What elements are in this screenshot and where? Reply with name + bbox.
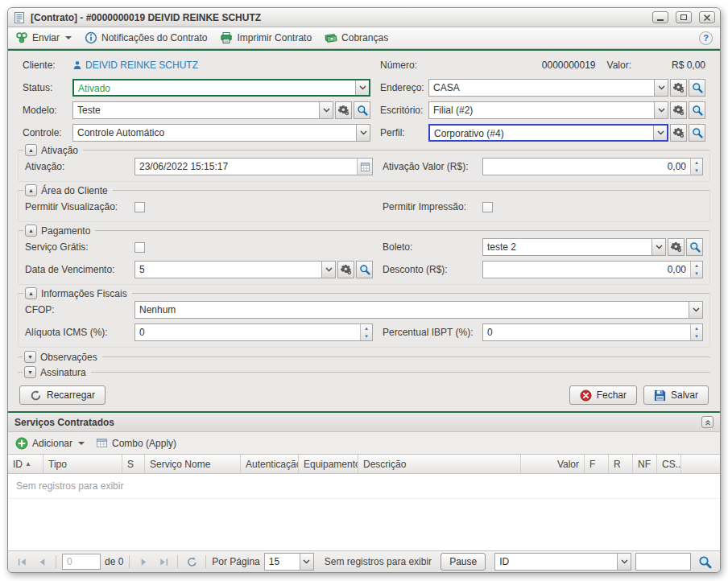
column-header-autenticacao[interactable]: Autenticação — [241, 455, 299, 473]
spin-down-icon[interactable]: ▼ — [691, 332, 702, 340]
perfil-select[interactable]: Corporativo (#4) — [428, 124, 668, 142]
maximize-button[interactable] — [676, 11, 692, 23]
vencimento-search-button[interactable] — [356, 261, 373, 278]
column-header-descricao[interactable]: Descrição — [358, 455, 521, 473]
boleto-search-button[interactable] — [686, 238, 703, 256]
page-number-input[interactable] — [62, 554, 101, 570]
servico-gratis-checkbox[interactable] — [134, 242, 145, 253]
modelo-select[interactable]: Teste — [72, 101, 333, 119]
recarregar-button[interactable]: Recarregar — [19, 385, 105, 405]
minimize-button[interactable] — [652, 11, 668, 23]
close-button[interactable] — [699, 11, 715, 23]
column-header-nf[interactable]: NF — [633, 455, 657, 473]
info-icon — [85, 31, 97, 44]
spin-buttons[interactable]: ▲ ▼ — [360, 324, 372, 340]
escritorio-gear-button[interactable] — [670, 101, 687, 119]
help-button[interactable]: ? — [699, 31, 713, 45]
prev-page-button[interactable] — [34, 554, 50, 570]
chevron-down-icon[interactable] — [653, 126, 667, 140]
expand-toggle-button[interactable]: ▼ — [24, 366, 36, 378]
perfil-value: Corporativo (#4) — [430, 126, 653, 140]
ibpt-spinner[interactable]: 0 ▲ ▼ — [482, 323, 703, 341]
column-header-valor[interactable]: Valor — [521, 455, 585, 473]
chevron-down-icon[interactable] — [355, 80, 369, 95]
spin-up-icon[interactable]: ▲ — [691, 262, 702, 270]
last-page-button[interactable] — [155, 554, 172, 570]
pause-button[interactable]: Pause — [441, 553, 486, 571]
column-header-tipo[interactable]: Tipo — [43, 455, 122, 473]
chevron-down-icon[interactable] — [654, 102, 668, 118]
perfil-gear-button[interactable] — [670, 124, 687, 142]
collapse-toggle-button[interactable]: ▲ — [25, 225, 37, 237]
modelo-gear-button[interactable] — [335, 101, 352, 119]
adicionar-button[interactable]: Adicionar — [15, 437, 85, 450]
spin-up-icon[interactable]: ▲ — [691, 324, 702, 332]
vencimento-select[interactable]: 5 — [134, 261, 336, 278]
ativacao-date-field[interactable]: 23/06/2022 15:15:17 — [134, 158, 373, 175]
first-page-button[interactable] — [14, 554, 30, 570]
permitir-visualizacao-checkbox[interactable] — [134, 202, 145, 212]
controle-select[interactable]: Controle Automático — [72, 124, 370, 142]
salvar-button[interactable]: Salvar — [643, 385, 709, 405]
filter-text-input[interactable] — [635, 553, 691, 571]
spin-down-icon[interactable]: ▼ — [361, 332, 372, 340]
filter-field-select[interactable]: ID — [494, 553, 631, 571]
boleto-gear-button[interactable] — [668, 238, 685, 256]
column-header-cs[interactable]: CS.. — [657, 455, 681, 473]
endereco-search-button[interactable] — [689, 79, 705, 97]
column-header-f[interactable]: F — [585, 455, 609, 473]
collapse-toggle-button[interactable]: ▲ — [25, 287, 37, 299]
printer-icon — [220, 31, 233, 44]
boleto-select[interactable]: teste 2 — [482, 238, 666, 256]
chevron-down-icon[interactable] — [319, 102, 333, 118]
escritorio-search-button[interactable] — [689, 101, 705, 119]
spin-buttons[interactable]: ▲ ▼ — [690, 324, 702, 340]
modelo-search-button[interactable] — [354, 101, 370, 119]
column-header-servico-nome[interactable]: Serviço Nome — [145, 455, 241, 473]
desconto-spinner[interactable]: 0,00 ▲ ▼ — [482, 261, 703, 278]
spin-down-icon[interactable]: ▼ — [691, 167, 702, 175]
ativacao-valor-spinner[interactable]: 0,00 ▲ ▼ — [482, 158, 703, 175]
notificacoes-button[interactable]: Notificações do Contrato — [85, 31, 207, 44]
cobrancas-button[interactable]: Cobranças — [325, 31, 388, 44]
permitir-impressao-checkbox[interactable] — [482, 202, 493, 212]
icms-spinner[interactable]: 0 ▲ ▼ — [134, 323, 373, 341]
grid-search-button[interactable] — [695, 553, 714, 571]
column-header-id[interactable]: ID ▲ — [8, 455, 43, 473]
spin-buttons[interactable]: ▲ ▼ — [690, 262, 702, 278]
endereco-gear-button[interactable] — [670, 79, 687, 97]
spin-down-icon[interactable]: ▼ — [691, 270, 702, 278]
combo-apply-button[interactable]: Combo (Apply) — [96, 437, 176, 449]
expand-toggle-button[interactable]: ▼ — [24, 351, 36, 363]
chevron-down-icon[interactable] — [617, 554, 631, 570]
per-page-select[interactable]: 15 — [264, 553, 314, 571]
chevron-down-icon[interactable] — [321, 262, 335, 278]
column-header-s[interactable]: S — [122, 455, 145, 473]
cliente-link[interactable]: DEIVID REINKE SCHUTZ — [85, 60, 198, 71]
spin-up-icon[interactable]: ▲ — [361, 324, 372, 332]
calendar-button[interactable] — [357, 159, 372, 175]
fechar-button[interactable]: Fechar — [569, 385, 637, 405]
cfop-select[interactable]: Nenhum — [134, 301, 703, 319]
panel-collapse-button[interactable] — [701, 416, 714, 428]
enviar-button[interactable]: Enviar — [15, 31, 72, 44]
collapse-toggle-button[interactable]: ▲ — [25, 144, 37, 156]
next-page-button[interactable] — [135, 554, 151, 570]
status-select[interactable]: Ativado — [72, 79, 370, 97]
collapse-toggle-button[interactable]: ▲ — [25, 184, 37, 196]
chevron-down-icon[interactable] — [689, 302, 702, 318]
imprimir-button[interactable]: Imprimir Contrato — [220, 31, 312, 44]
spin-buttons[interactable]: ▲ ▼ — [690, 159, 702, 175]
spin-up-icon[interactable]: ▲ — [691, 159, 702, 167]
chevron-down-icon[interactable] — [300, 554, 313, 570]
chevron-down-icon[interactable] — [356, 125, 370, 141]
column-header-r[interactable]: R — [609, 455, 633, 473]
chevron-down-icon[interactable] — [654, 80, 668, 96]
chevron-down-icon[interactable] — [651, 239, 665, 255]
refresh-button[interactable] — [184, 554, 200, 570]
endereco-select[interactable]: CASA — [428, 79, 668, 97]
vencimento-gear-button[interactable] — [337, 261, 354, 278]
escritorio-select[interactable]: Filial (#2) — [428, 101, 668, 119]
perfil-search-button[interactable] — [689, 124, 705, 142]
column-header-equipamento[interactable]: Equipamento — [299, 455, 358, 473]
